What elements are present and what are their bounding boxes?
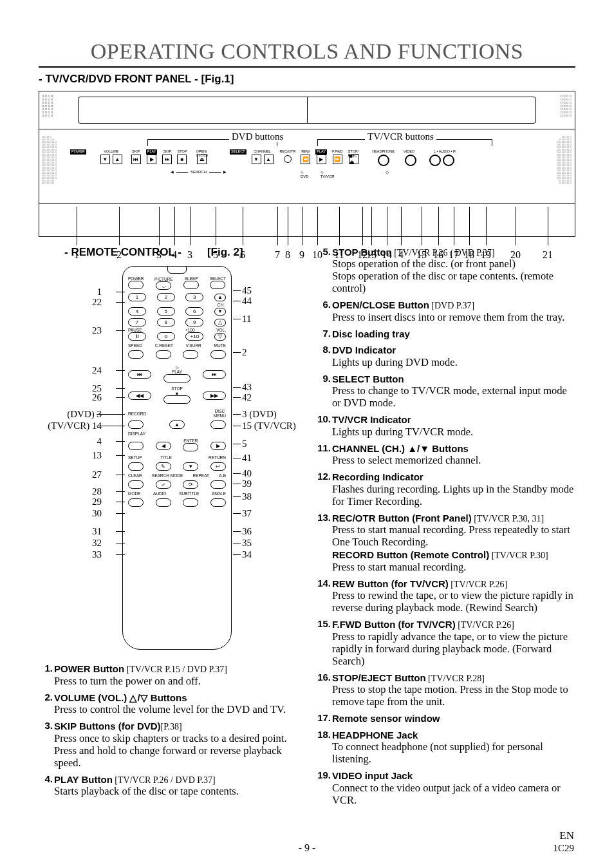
item-1: 1.POWER Button [TV/VCR P.15 / DVD P.37]P… (39, 663, 302, 688)
item-10: 10.TV/VCR IndicatorLights up during TV/V… (317, 413, 575, 439)
item-11: 11.CHANNEL (CH.) ▲/▼ ButtonsPress to sel… (317, 442, 575, 467)
remote-diagram: 12223242526(DVD) 3(TV/VCR) 1441327282930… (51, 263, 302, 663)
item-8: 8.DVD IndicatorLights up during DVD mode… (317, 344, 575, 369)
recotr-label: REC/OTR (280, 149, 296, 155)
item-3: 3.SKIP Buttons (for DVD)[P.38]Press once… (39, 720, 302, 769)
search-label: SEARCH (191, 170, 207, 175)
stop-dvd-label: STOP (177, 149, 187, 155)
item-4: 4.PLAY Button [TV/VCR P.26 / DVD P.37]St… (39, 773, 302, 798)
item-19: 19.VIDEO input JackConnect to the video … (317, 769, 575, 806)
item-12: 12.Recording IndicatorFlashes during rec… (317, 471, 575, 507)
item-13: 13.REC/OTR Button (Front Panel) [TV/VCR … (317, 512, 575, 574)
audio-label: L • AUDIO • R (434, 149, 456, 155)
item-7: 7.Disc loading tray (317, 328, 575, 341)
volume-label: VOLUME (104, 149, 118, 155)
video-label: VIDEO (404, 149, 414, 155)
item-18: 18.HEADPHONE JackTo connect headphone (n… (317, 729, 575, 766)
item-17: 17.Remote sensor window (317, 712, 575, 725)
page-footer: - 9 - EN 1C29 (0, 842, 614, 854)
item-6: 6.OPEN/CLOSE Button [DVD P.37]Press to i… (317, 299, 575, 324)
ffwd-label: F.FWD (332, 149, 343, 155)
item-2: 2.VOLUME (VOL.) △/▽ ButtonsPress to cont… (39, 692, 302, 717)
item-5: 5.STOP Button [TV/VCR P.26 / DVD P.37]St… (317, 246, 575, 295)
item-15: 15.F.FWD Button (for TV/VCR) [TV/VCR P.2… (317, 618, 575, 667)
play-vcr-label: PLAY (315, 149, 327, 155)
dvd-indicator-label: DVD (301, 175, 309, 178)
section-remote: - REMOTE CONTROL - (64, 246, 181, 259)
section-front-panel: - TV/VCR/DVD FRONT PANEL - [Fig.1] (39, 73, 575, 86)
item-16: 16.STOP/EJECT Button [TV/VCR P.28]Press … (317, 672, 575, 708)
title-rule (39, 66, 575, 68)
tvvcr-buttons-label: TV/VCR buttons (365, 131, 436, 142)
items-list-left: 1.POWER Button [TV/VCR P.15 / DVD P.37]P… (39, 663, 302, 798)
headphone-label: HEADPHONE (372, 149, 395, 155)
items-list-right: 5.STOP Button [TV/VCR P.26 / DVD P.37]St… (317, 246, 575, 807)
openclose-label: OPEN/ CLOSE (196, 149, 208, 155)
tvvcr-indicator-label: TV/VCR (321, 175, 335, 178)
dvd-buttons-label: DVD buttons (229, 131, 286, 142)
skip-l-label: SKIP (132, 149, 140, 155)
item-9: 9.SELECT ButtonPress to change to TV/VCR… (317, 373, 575, 410)
page-title: OPERATING CONTROLS AND FUNCTIONS (39, 39, 575, 64)
skip-r-label: SKIP (163, 149, 172, 155)
item-14: 14.REW Button (for TV/VCR) [TV/VCR P.26]… (317, 578, 575, 614)
rew-label: REW (301, 149, 310, 155)
power-label: POWER (70, 149, 86, 155)
channel-label: CHANNEL (254, 149, 270, 155)
play-dvd-label: PLAY (146, 149, 158, 155)
select-label: SELECT (230, 149, 246, 155)
front-panel-diagram: oooooooooooooooooooooooooooo ooooooooooo… (39, 91, 575, 237)
